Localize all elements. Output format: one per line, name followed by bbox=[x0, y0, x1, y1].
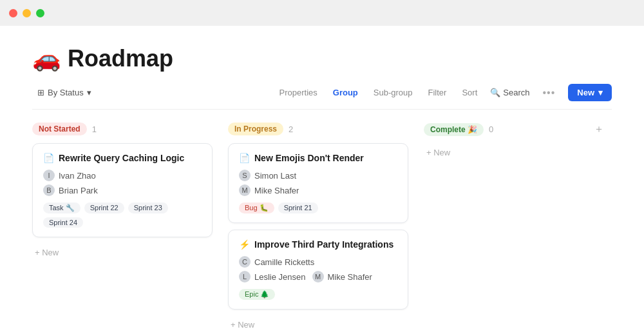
search-label: Search bbox=[503, 88, 529, 97]
toolbar-right: Properties Group Sub-group Filter Sort 🔍… bbox=[277, 84, 612, 101]
person-name: Mike Shafer bbox=[328, 272, 372, 282]
card-person: M Mike Shafer bbox=[239, 184, 397, 196]
card-type-icon: 📄 bbox=[43, 153, 54, 163]
person-name: Camille Ricketts bbox=[254, 257, 314, 267]
complete-add-new[interactable]: + New bbox=[424, 144, 604, 161]
column-count-complete: 0 bbox=[489, 124, 493, 134]
search-button[interactable]: 🔍 Search bbox=[490, 88, 529, 97]
sprint-tag: Sprint 21 bbox=[278, 203, 318, 213]
sprint-tag: Sprint 22 bbox=[84, 203, 124, 213]
column-header-complete: Complete 🎉 0 ＋ bbox=[424, 123, 604, 136]
by-status-button[interactable]: ⊞ By Status ▾ bbox=[32, 85, 97, 100]
add-new-in-progress[interactable]: + New bbox=[228, 316, 408, 333]
card-tags: Epic 🌲 bbox=[239, 289, 397, 300]
more-options-button[interactable]: ••• bbox=[540, 84, 558, 101]
card-person: L Leslie Jensen M Mike Shafer bbox=[239, 271, 397, 282]
sprint-tag: Sprint 24 bbox=[43, 217, 83, 228]
card-title-text: Rewrite Query Caching Logic bbox=[59, 153, 184, 163]
by-status-label: By Status bbox=[48, 88, 84, 97]
page-title: 🚗 Roadmap bbox=[32, 45, 612, 72]
avatar: C bbox=[239, 256, 251, 268]
column-count-not-started: 1 bbox=[92, 124, 97, 134]
avatar: L bbox=[239, 271, 251, 282]
sprint-tag: Sprint 23 bbox=[128, 203, 168, 213]
card-tags: Bug 🐛 Sprint 21 bbox=[239, 203, 397, 213]
maximize-dot[interactable] bbox=[36, 9, 44, 17]
avatar: S bbox=[239, 170, 251, 181]
status-badge-complete: Complete 🎉 bbox=[424, 123, 484, 136]
add-new-not-started[interactable]: + New bbox=[32, 244, 213, 261]
status-badge-not-started: Not Started bbox=[32, 123, 87, 135]
column-header-in-progress: In Progress 2 bbox=[228, 123, 408, 135]
column-complete: Complete 🎉 0 ＋ + New bbox=[424, 123, 604, 161]
person-name: Simon Last bbox=[254, 171, 296, 181]
avatar: I bbox=[43, 170, 55, 181]
page-emoji: 🚗 bbox=[32, 45, 61, 72]
column-count-in-progress: 2 bbox=[289, 124, 293, 134]
column-add-icon[interactable]: ＋ bbox=[594, 123, 604, 136]
toolbar-left: ⊞ By Status ▾ bbox=[32, 85, 97, 100]
subgroup-button[interactable]: Sub-group bbox=[371, 85, 415, 100]
card-card-3[interactable]: ⚡ Improve Third Party Integrations C Cam… bbox=[228, 230, 408, 310]
card-person: C Camille Ricketts bbox=[239, 256, 397, 268]
page-title-text: Roadmap bbox=[68, 45, 173, 72]
card-type-icon: ⚡ bbox=[239, 239, 250, 250]
chevron-down-icon: ▾ bbox=[87, 88, 91, 97]
status-badge-in-progress: In Progress bbox=[228, 123, 283, 135]
person-name: Brian Park bbox=[59, 186, 98, 195]
avatar: M bbox=[239, 184, 251, 196]
close-dot[interactable] bbox=[9, 9, 17, 17]
column-not-started: Not Started 1 📄 Rewrite Query Caching Lo… bbox=[32, 123, 213, 261]
new-chevron-icon: ▾ bbox=[598, 88, 603, 97]
card-card-1[interactable]: 📄 Rewrite Query Caching Logic I Ivan Zha… bbox=[32, 143, 213, 237]
new-label: New bbox=[577, 88, 594, 97]
group-button[interactable]: Group bbox=[330, 85, 361, 100]
filter-button[interactable]: Filter bbox=[426, 85, 450, 100]
column-in-progress: In Progress 2 📄 New Emojis Don't Render … bbox=[228, 123, 408, 333]
card-person: S Simon Last bbox=[239, 170, 397, 181]
person-name: Ivan Zhao bbox=[59, 171, 96, 181]
person-name: Mike Shafer bbox=[254, 186, 299, 195]
toolbar: ⊞ By Status ▾ Properties Group Sub-group… bbox=[32, 84, 612, 110]
card-title-text: New Emojis Don't Render bbox=[254, 153, 364, 163]
tag: Bug 🐛 bbox=[239, 203, 274, 213]
card-person: I Ivan Zhao bbox=[43, 170, 202, 181]
card-title: 📄 New Emojis Don't Render bbox=[239, 153, 397, 163]
card-type-icon: 📄 bbox=[239, 153, 250, 163]
column-header-not-started: Not Started 1 bbox=[32, 123, 213, 135]
card-title: ⚡ Improve Third Party Integrations bbox=[239, 239, 397, 250]
avatar: M bbox=[312, 271, 324, 282]
titlebar bbox=[0, 0, 644, 26]
card-card-2[interactable]: 📄 New Emojis Don't Render S Simon Last M… bbox=[228, 143, 408, 223]
minimize-dot[interactable] bbox=[23, 9, 31, 17]
card-title: 📄 Rewrite Query Caching Logic bbox=[43, 153, 202, 163]
main-content: 🚗 Roadmap ⊞ By Status ▾ Properties Group… bbox=[0, 26, 644, 336]
tag: Epic 🌲 bbox=[239, 289, 275, 300]
person-name: Leslie Jensen bbox=[254, 272, 306, 282]
new-button[interactable]: New ▾ bbox=[568, 84, 612, 101]
card-tags: Task 🔧 Sprint 22 Sprint 23 Sprint 24 bbox=[43, 203, 202, 228]
properties-button[interactable]: Properties bbox=[277, 85, 320, 100]
card-person: B Brian Park bbox=[43, 184, 202, 196]
kanban-board: Not Started 1 📄 Rewrite Query Caching Lo… bbox=[32, 123, 612, 333]
sort-button[interactable]: Sort bbox=[459, 85, 480, 100]
search-icon: 🔍 bbox=[490, 88, 500, 97]
avatar: B bbox=[43, 184, 55, 196]
tag: Task 🔧 bbox=[43, 203, 80, 213]
card-title-text: Improve Third Party Integrations bbox=[254, 239, 393, 250]
table-icon: ⊞ bbox=[37, 88, 44, 97]
